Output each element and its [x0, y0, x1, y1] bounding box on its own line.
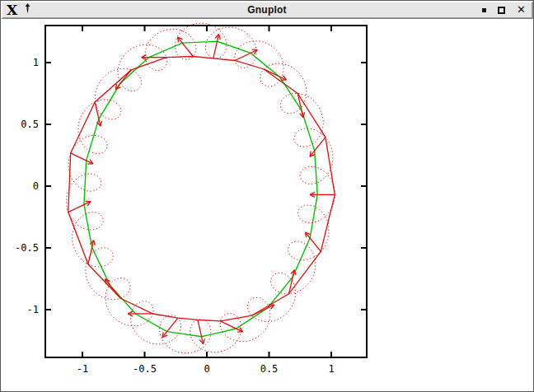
x-tick-label: 0 [204, 363, 209, 375]
minimize-button[interactable] [482, 8, 486, 12]
chart-svg[interactable]: -1-0.500.51-1-0.500.51 [2, 19, 534, 392]
close-button[interactable]: ✕ [517, 2, 526, 18]
y-tick-label: 0.5 [21, 119, 39, 130]
y-tick-label: 0 [33, 180, 39, 192]
x-tick-label: -0.5 [133, 363, 157, 375]
x-tick-label: -1 [77, 363, 88, 375]
window-title: Gnuplot [2, 4, 532, 16]
x-tick-label: 0.5 [260, 363, 279, 375]
maximize-button[interactable] [498, 7, 505, 14]
y-tick-label: -1 [27, 304, 39, 315]
gnuplot-window: X Gnuplot ✕ -1-0.500.51-1-0.500.51 [0, 0, 534, 392]
plot-canvas[interactable]: -1-0.500.51-1-0.500.51 [2, 19, 534, 392]
y-tick-label: 1 [33, 57, 39, 68]
x-tick-label: 1 [328, 363, 334, 375]
y-tick-label: -0.5 [15, 242, 39, 254]
title-bar[interactable]: X Gnuplot ✕ [2, 2, 532, 19]
